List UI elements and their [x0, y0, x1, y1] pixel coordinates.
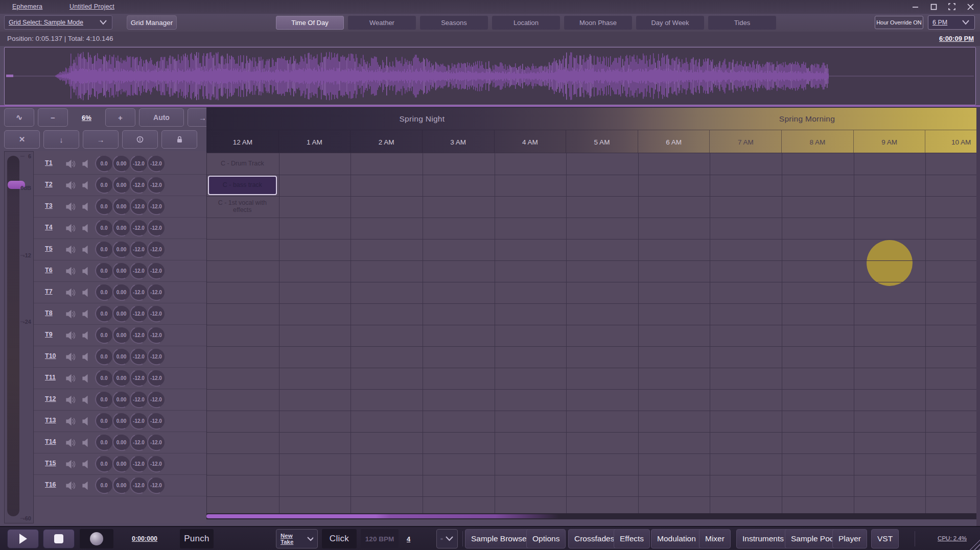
maximize-icon[interactable] — [928, 2, 939, 12]
hour-label[interactable]: 10 AM — [925, 130, 976, 153]
speaker-on-icon[interactable] — [65, 309, 77, 321]
track-name-link[interactable]: T15 — [45, 460, 56, 467]
zoom-out-button[interactable]: − — [38, 108, 68, 127]
effects-button[interactable]: Effects — [614, 529, 650, 548]
app-menu-link[interactable]: Ephemera — [12, 3, 42, 10]
track-knob[interactable]: -12.0 — [130, 413, 147, 429]
track-knob[interactable]: -12.0 — [130, 199, 147, 214]
speaker-muted-icon[interactable] — [82, 159, 89, 171]
track-knob[interactable]: -12.0 — [130, 370, 147, 386]
crossfades-button[interactable]: Crossfades — [568, 529, 620, 548]
track-knob[interactable]: -12.0 — [148, 392, 165, 408]
tab-moon-phase[interactable]: Moon Phase — [564, 16, 632, 30]
track-knob[interactable]: 0.0 — [96, 392, 112, 408]
track-knob[interactable]: 0.00 — [113, 413, 130, 429]
track-knob[interactable]: -12.0 — [148, 177, 165, 193]
track-knob[interactable]: 0.0 — [96, 220, 112, 236]
track-knob[interactable]: -12.0 — [130, 220, 147, 236]
grid-manager-button[interactable]: Grid Manager — [127, 15, 177, 30]
clip-item[interactable]: C - Drum Track — [208, 154, 277, 174]
player-button[interactable]: Player — [832, 529, 867, 548]
track-knob[interactable]: -12.0 — [130, 284, 147, 300]
track-knob[interactable]: -12.0 — [148, 435, 165, 450]
timeline-header[interactable]: Spring NightSpring Morning 12 AM1 AM2 AM… — [206, 107, 976, 153]
speaker-muted-icon[interactable] — [82, 395, 89, 407]
play-button[interactable] — [7, 529, 39, 548]
track-name-link[interactable]: T5 — [45, 245, 53, 252]
speaker-on-icon[interactable] — [65, 330, 77, 343]
track-knob[interactable]: 0.0 — [96, 306, 112, 322]
track-knob[interactable]: -12.0 — [130, 327, 147, 343]
punch-button[interactable]: Punch — [180, 529, 214, 548]
minimize-icon[interactable] — [909, 2, 921, 12]
track-knob[interactable]: 0.00 — [113, 156, 130, 172]
cpu-readout[interactable]: CPU: 2.4% — [938, 535, 967, 541]
fullscreen-icon[interactable] — [946, 2, 958, 12]
track-name-link[interactable]: T3 — [45, 202, 53, 209]
track-knob[interactable]: -12.0 — [148, 413, 165, 429]
cycle-icon[interactable] — [122, 130, 158, 149]
mixer-button[interactable]: Mixer — [699, 529, 731, 548]
master-fader-track[interactable] — [7, 156, 19, 516]
track-name-link[interactable]: T6 — [45, 267, 53, 274]
click-button[interactable]: Click — [322, 529, 357, 548]
track-knob[interactable]: -12.0 — [148, 263, 165, 279]
hour-label[interactable]: 2 AM — [350, 130, 422, 153]
clip-selected[interactable]: C - bass track — [208, 176, 277, 195]
clock-readout[interactable]: 6:00:09 PM — [939, 35, 974, 42]
vst-button[interactable]: VST — [871, 529, 899, 548]
instruments-button[interactable]: Instruments — [736, 529, 790, 548]
track-knob[interactable]: 0.0 — [96, 327, 112, 343]
track-knob[interactable]: 0.00 — [113, 435, 130, 450]
track-name-link[interactable]: T9 — [45, 331, 53, 338]
auto-zoom-button[interactable]: Auto — [139, 108, 184, 127]
vertical-scrollbar[interactable] — [976, 107, 980, 526]
close-icon[interactable] — [965, 2, 976, 12]
track-knob[interactable]: -12.0 — [148, 306, 165, 322]
stop-button[interactable] — [43, 529, 75, 548]
hour-label[interactable]: 9 AM — [853, 130, 925, 153]
speaker-muted-icon[interactable] — [82, 459, 89, 471]
track-knob[interactable]: 0.0 — [96, 413, 112, 429]
speaker-muted-icon[interactable] — [82, 352, 89, 364]
wave-zoom-icon[interactable]: ∿ — [4, 108, 34, 127]
speaker-muted-icon[interactable] — [82, 309, 89, 321]
track-knob[interactable]: 0.00 — [113, 177, 130, 193]
hour-override-button[interactable]: Hour Override ON — [875, 16, 923, 29]
arrow-down-icon[interactable]: ↓ — [43, 130, 79, 149]
hour-label[interactable]: 4 AM — [494, 130, 566, 153]
track-knob[interactable]: -12.0 — [130, 263, 147, 279]
speaker-on-icon[interactable] — [65, 459, 77, 471]
track-knob[interactable]: 0.00 — [113, 242, 130, 257]
track-knob[interactable]: 0.00 — [113, 370, 130, 386]
track-knob[interactable]: 0.00 — [113, 456, 130, 472]
arrow-right-icon[interactable]: → — [83, 130, 119, 149]
track-knob[interactable]: 0.0 — [96, 284, 112, 300]
track-knob[interactable]: 0.0 — [96, 477, 112, 493]
tab-tides[interactable]: Tides — [708, 16, 776, 30]
track-name-link[interactable]: T13 — [45, 417, 56, 424]
track-knob[interactable]: 0.00 — [113, 349, 130, 365]
track-knob[interactable]: 0.00 — [113, 392, 130, 408]
speaker-on-icon[interactable] — [65, 245, 77, 257]
speaker-muted-icon[interactable] — [82, 373, 89, 386]
track-knob[interactable]: 0.0 — [96, 456, 112, 472]
close-icon[interactable]: ✕ — [4, 130, 40, 149]
track-name-link[interactable]: T4 — [45, 224, 53, 231]
track-knob[interactable]: -12.0 — [148, 220, 165, 236]
track-knob[interactable]: 0.0 — [96, 349, 112, 365]
track-knob[interactable]: -12.0 — [148, 477, 165, 493]
grid-select-dropdown[interactable]: Grid Select: Sample Mode — [4, 15, 112, 30]
hour-label[interactable]: 3 AM — [422, 130, 494, 153]
track-knob[interactable]: 0.00 — [113, 263, 130, 279]
speaker-muted-icon[interactable] — [82, 202, 89, 214]
hour-label[interactable]: 7 AM — [709, 130, 781, 153]
hour-label[interactable]: 8 AM — [781, 130, 853, 153]
speaker-on-icon[interactable] — [65, 266, 77, 278]
track-name-link[interactable]: T8 — [45, 309, 53, 317]
beats-field[interactable]: 4 — [407, 529, 410, 548]
track-knob[interactable]: -12.0 — [130, 456, 147, 472]
speaker-on-icon[interactable] — [65, 416, 77, 428]
resize-grip[interactable] — [967, 537, 980, 550]
options-button[interactable]: Options — [526, 529, 566, 548]
